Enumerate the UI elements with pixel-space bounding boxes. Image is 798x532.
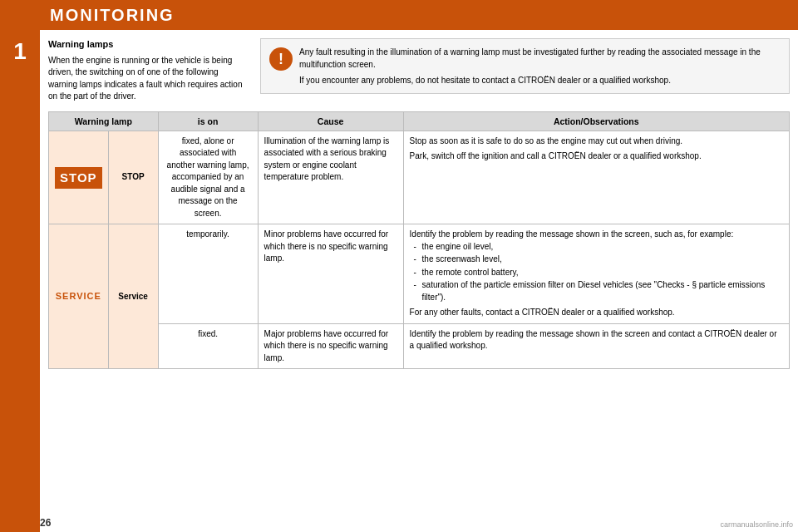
bullet-item: the screenwash level, <box>414 254 783 266</box>
stop-cause: Illumination of the warning lamp is asso… <box>258 131 403 224</box>
bullet-item: saturation of the particle emission filt… <box>414 279 783 303</box>
service-action-bullets: the engine oil level, the screenwash lev… <box>410 241 783 304</box>
alert-icon: ! <box>269 47 293 71</box>
warning-lamps-text-block: Warning lamps When the engine is running… <box>48 38 248 103</box>
alert-text-line2: If you encounter any problems, do not he… <box>299 74 781 86</box>
watermark: carmanualsonline.info <box>720 520 793 529</box>
page-number: 26 <box>40 517 51 529</box>
service-lamp-label: Service <box>108 224 158 369</box>
col-header-warning-lamp: Warning lamp <box>49 111 159 131</box>
service-lamp-icon-cell: SERVICE <box>49 224 109 369</box>
main-content: Warning lamps When the engine is running… <box>40 30 798 515</box>
stop-lamp-label: STOP <box>108 131 158 224</box>
service-cause-2: Major problems have occurred for which t… <box>258 323 403 369</box>
col-header-action: Action/Observations <box>403 111 789 131</box>
bullet-item: the remote control battery, <box>414 267 783 279</box>
service-action-2: Identify the problem by reading the mess… <box>403 323 789 369</box>
header-bar: MONITORING <box>0 0 798 30</box>
warning-lamps-description: When the engine is running or the vehicl… <box>48 55 248 103</box>
col-header-cause: Cause <box>258 111 403 131</box>
service-cause-1: Minor problems have occurred for which t… <box>258 224 403 324</box>
alert-text: Any fault resulting in the illumination … <box>299 46 781 86</box>
sidebar-section-number: 1 <box>0 30 40 532</box>
table-row-service-2: fixed. Major problems have occurred for … <box>49 323 790 369</box>
service-action-1: Identify the problem by reading the mess… <box>403 224 789 324</box>
table-row-service-1: SERVICE Service temporarily. Minor probl… <box>49 224 790 324</box>
warning-table: Warning lamp is on Cause Action/Observat… <box>48 111 790 370</box>
table-row-stop: STOP STOP fixed, alone or associated wit… <box>49 131 790 224</box>
intro-section: Warning lamps When the engine is running… <box>48 38 790 103</box>
service-is-on-1: temporarily. <box>158 224 258 324</box>
page-title: MONITORING <box>50 6 175 25</box>
col-header-is-on: is on <box>158 111 258 131</box>
alert-text-line1: Any fault resulting in the illumination … <box>299 46 781 71</box>
stop-action: Stop as soon as it is safe to do so as t… <box>403 131 789 224</box>
alert-box: ! Any fault resulting in the illuminatio… <box>260 38 790 94</box>
service-is-on-2: fixed. <box>158 323 258 369</box>
service-lamp-icon: SERVICE <box>56 290 101 303</box>
stop-is-on: fixed, alone or associated with another … <box>158 131 258 224</box>
warning-lamps-title: Warning lamps <box>48 38 248 52</box>
stop-lamp-icon-cell: STOP <box>49 131 109 224</box>
stop-lamp-icon: STOP <box>55 167 102 189</box>
bullet-item: the engine oil level, <box>414 241 783 254</box>
